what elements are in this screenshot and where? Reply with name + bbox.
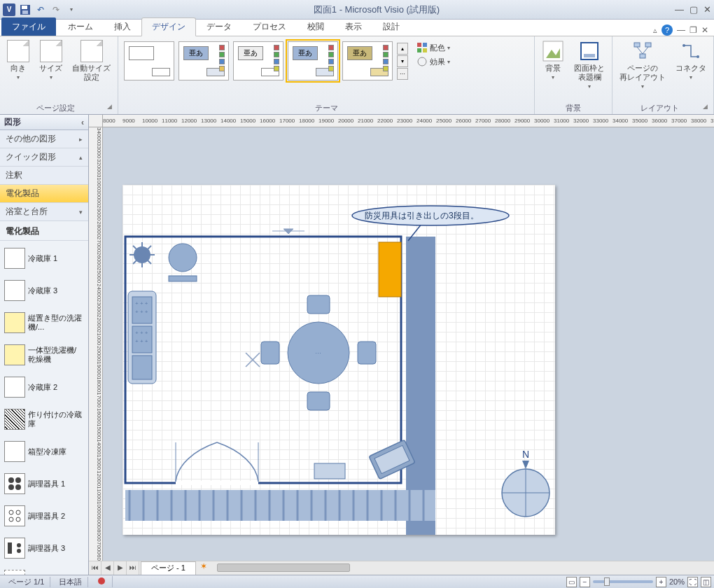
svg-point-18 [696, 55, 699, 58]
tab-file[interactable]: ファイル [1, 18, 56, 36]
stencil-quick[interactable]: クイック図形▴ [0, 148, 88, 167]
stencil-more[interactable]: その他の図形▸ [0, 130, 88, 148]
svg-point-25 [9, 517, 13, 522]
doc-close-icon[interactable]: ✕ [701, 25, 708, 35]
relayout-button[interactable]: ページの 再レイアウト▾ [617, 38, 668, 91]
last-page-icon[interactable]: ⏭ [127, 561, 139, 575]
doc-minimize-icon[interactable]: — [677, 25, 685, 35]
shape-item[interactable]: 一体型洗濯機/乾燥機 [3, 339, 85, 371]
macro-record-icon[interactable] [91, 576, 113, 587]
save-icon[interactable] [18, 3, 32, 17]
scroll-up-icon[interactable]: ▴ [79, 154, 83, 161]
svg-point-17 [682, 44, 685, 47]
zoom-out-icon[interactable]: − [580, 577, 590, 587]
group-page-setup: 向き▾ サイズ▾ 自動サイズ 設定 ページ設定◢ [0, 36, 118, 114]
quick-access-toolbar: ↶ ↷ ▾ [18, 3, 78, 17]
app-icon: V [3, 4, 15, 16]
shape-item[interactable]: 縦置き型の洗濯機/... [3, 307, 85, 339]
shape-item[interactable]: 調理器具 1 [3, 468, 85, 500]
stencil-bath[interactable]: 浴室と台所▾ [0, 203, 88, 221]
undo-icon[interactable]: ↶ [34, 3, 48, 17]
group-themes: 亜あ 亜あ 亜あ 亜あ ▴ ▾ ⋯ 配色 ▾ 効果 ▾ テーマ [118, 36, 535, 114]
orientation-button[interactable]: 向き▾ [4, 38, 32, 82]
svg-rect-5 [417, 48, 421, 52]
tab-process[interactable]: プロセス [242, 18, 297, 36]
theme-item[interactable]: 亜あ [178, 41, 229, 80]
tab-review[interactable]: 校閲 [297, 18, 335, 36]
theme-scroll-up-icon[interactable]: ▴ [397, 43, 408, 55]
theme-item[interactable]: 亜あ [342, 41, 393, 80]
svg-rect-65 [314, 463, 345, 479]
scroll-down-icon[interactable]: ▾ [79, 209, 83, 216]
svg-point-24 [16, 510, 20, 514]
add-page-icon[interactable]: ✶ [196, 561, 211, 575]
drawing-page[interactable]: + + ++ + ++ + ++ + + ⋯ [122, 185, 555, 535]
window-controls: — ▢ ✕ [675, 4, 711, 15]
theme-item-selected[interactable]: 亜あ [288, 41, 338, 80]
connector-button[interactable]: コネクタ▾ [673, 38, 709, 82]
stencil-annot[interactable]: 注釈 [0, 167, 88, 185]
fullscreen-icon[interactable]: ▭ [566, 577, 577, 587]
stencil-electric[interactable]: 電化製品 [0, 185, 88, 203]
ribbon-minimize-icon[interactable]: ▵ [653, 26, 657, 35]
theme-scroll-down-icon[interactable]: ▾ [397, 55, 408, 67]
svg-rect-12 [634, 43, 640, 47]
shape-item[interactable]: 調理器具 3 [3, 532, 85, 564]
shape-item[interactable]: 冷蔵庫 1 [3, 242, 85, 274]
first-page-icon[interactable]: ⏮ [89, 561, 102, 575]
close-icon[interactable]: ✕ [704, 4, 711, 15]
redo-icon[interactable]: ↷ [49, 3, 63, 17]
theme-item[interactable]: 亜あ [233, 41, 284, 80]
statusbar: ページ 1/1 日本語 ▭ − + 20% ⛶ ◫ [0, 575, 714, 588]
border-title-button[interactable]: 図面枠と 表題欄▾ [571, 38, 608, 91]
shape-item[interactable]: 箱型冷凍庫 [3, 435, 85, 468]
fit-page-icon[interactable]: ⛶ [687, 577, 698, 587]
layout-launcher-icon[interactable]: ◢ [703, 103, 708, 110]
shape-item[interactable]: 冷蔵庫 2 [3, 371, 85, 403]
tab-insert[interactable]: 挿入 [104, 18, 141, 36]
shape-item[interactable]: レンジ [3, 564, 85, 575]
page-tab[interactable]: ページ - 1 [141, 561, 196, 575]
svg-rect-1 [22, 6, 27, 9]
auto-size-button[interactable]: 自動サイズ 設定 [69, 38, 113, 83]
maximize-icon[interactable]: ▢ [690, 4, 698, 15]
switch-window-icon[interactable]: ◫ [701, 577, 711, 587]
shape-item[interactable]: 作り付けの冷蔵庫 [3, 403, 85, 435]
colors-button[interactable]: 配色 ▾ [415, 41, 451, 54]
svg-text:+ + +: + + + [135, 300, 148, 307]
zoom-level[interactable]: 20% [669, 578, 685, 586]
tab-home[interactable]: ホーム [57, 18, 104, 36]
scrollbar-horizontal[interactable] [217, 561, 714, 575]
tab-view[interactable]: 表示 [335, 18, 372, 36]
svg-rect-42 [169, 276, 197, 281]
qat-dropdown-icon[interactable]: ▾ [64, 3, 78, 17]
background-button[interactable]: 背景▾ [539, 38, 567, 82]
zoom-in-icon[interactable]: + [656, 577, 666, 587]
size-button[interactable]: サイズ▾ [36, 38, 65, 82]
help-icon[interactable]: ? [662, 24, 673, 36]
svg-rect-2 [22, 10, 28, 14]
shape-item[interactable]: 冷蔵庫 3 [3, 274, 85, 307]
page-nav: ⏮ ◀ ▶ ⏭ [89, 561, 139, 575]
prev-page-icon[interactable]: ◀ [102, 561, 114, 575]
canvas-viewport[interactable]: + + ++ + ++ + ++ + + ⋯ [103, 127, 714, 561]
palette-icon [416, 42, 428, 53]
shapes-header: 図形 ‹ [0, 115, 88, 130]
next-page-icon[interactable]: ▶ [114, 561, 127, 575]
tab-design[interactable]: デザイン [141, 18, 196, 36]
zoom-slider[interactable] [593, 580, 653, 583]
ruler-vertical: 3400033000320003100030000290002800027000… [89, 127, 103, 561]
theme-more-icon[interactable]: ⋯ [397, 68, 408, 80]
doc-restore-icon[interactable]: ❐ [690, 25, 697, 35]
tab-plan[interactable]: 設計 [372, 18, 410, 36]
panel-collapse-icon[interactable]: ‹ [81, 118, 84, 127]
shape-item[interactable]: 調理器具 2 [3, 500, 85, 532]
tab-data[interactable]: データ [196, 18, 242, 36]
svg-point-20 [15, 477, 21, 483]
minimize-icon[interactable]: — [675, 4, 684, 15]
svg-point-26 [16, 517, 20, 522]
page-setup-launcher-icon[interactable]: ◢ [107, 103, 112, 110]
svg-rect-53 [307, 295, 330, 314]
theme-item[interactable] [124, 41, 174, 80]
effects-button[interactable]: 効果 ▾ [415, 55, 451, 68]
